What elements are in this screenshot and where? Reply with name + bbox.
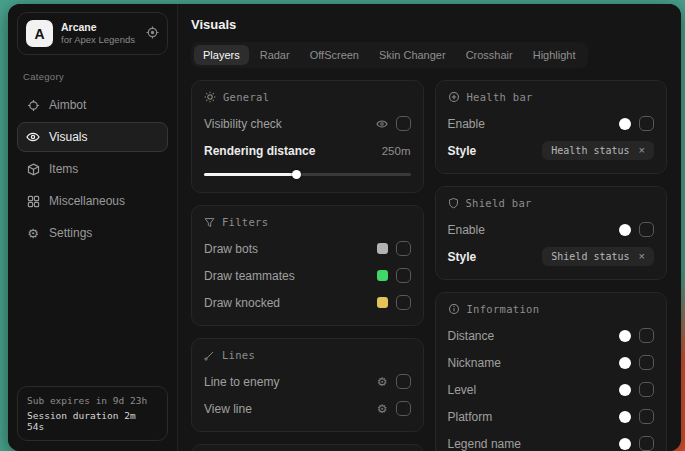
sidebar-item-items[interactable]: Items xyxy=(17,154,168,184)
color-swatch[interactable] xyxy=(619,224,631,236)
sidebar: A Arcane for Apex Legends Category Aimbo… xyxy=(8,4,178,451)
slider-fill xyxy=(204,173,297,176)
main-panel: Visuals Players Radar OffScreen Skin Cha… xyxy=(178,4,681,451)
eye-icon[interactable] xyxy=(376,118,388,130)
diagonal-line-icon xyxy=(204,350,215,361)
sidebar-item-label: Miscellaneous xyxy=(49,194,125,208)
sidebar-item-miscellaneous[interactable]: Miscellaneous xyxy=(17,186,168,216)
color-swatch[interactable] xyxy=(377,243,388,254)
sidebar-item-label: Settings xyxy=(49,226,92,240)
tab-players[interactable]: Players xyxy=(194,45,249,65)
section-title: Lines xyxy=(222,349,255,361)
sub-expiry-text: Sub expires in 9d 23h xyxy=(27,395,158,406)
draw-teammates-row: Draw teammates xyxy=(204,265,411,286)
row-label: Line to enemy xyxy=(204,375,279,389)
line-to-enemy-checkbox[interactable] xyxy=(396,374,411,389)
legend-name-row: Legend name xyxy=(448,433,655,451)
row-label: Enable xyxy=(448,117,485,131)
draw-knocked-checkbox[interactable] xyxy=(396,295,411,310)
category-label: Category xyxy=(23,71,168,82)
rendering-distance-slider[interactable] xyxy=(204,173,411,176)
brand-subtitle: for Apex Legends xyxy=(61,34,138,46)
sidebar-item-label: Visuals xyxy=(49,130,87,144)
sun-icon xyxy=(204,91,216,103)
draw-teammates-checkbox[interactable] xyxy=(396,268,411,283)
brand-name: Arcane xyxy=(61,21,138,34)
draw-knocked-row: Draw knocked xyxy=(204,292,411,313)
color-swatch[interactable] xyxy=(619,330,631,342)
section-title: Shield bar xyxy=(466,197,532,209)
visibility-check-checkbox[interactable] xyxy=(396,116,411,131)
color-swatch[interactable] xyxy=(377,270,388,281)
rendering-distance-row: Rendering distance 250m xyxy=(204,140,411,161)
view-line-checkbox[interactable] xyxy=(396,401,411,416)
legend-name-checkbox[interactable] xyxy=(639,436,654,451)
row-label: Style xyxy=(448,144,477,158)
tab-highlight[interactable]: Highlight xyxy=(524,45,585,65)
color-swatch[interactable] xyxy=(619,384,631,396)
app-window: A Arcane for Apex Legends Category Aimbo… xyxy=(8,4,681,451)
row-label: Draw knocked xyxy=(204,296,280,310)
row-label: Enable xyxy=(448,223,485,237)
health-enable-row: Enable xyxy=(448,113,655,134)
box-card: Box Enable Enable background xyxy=(191,444,424,451)
section-title: General xyxy=(223,91,269,103)
section-title: Health bar xyxy=(467,91,533,103)
tab-radar[interactable]: Radar xyxy=(251,45,299,65)
lines-card: Lines Line to enemy ⚙ View line ⚙ xyxy=(191,338,424,432)
row-label: Legend name xyxy=(448,437,521,451)
shield-style-select[interactable]: Shield status × xyxy=(542,247,654,266)
sidebar-item-label: Items xyxy=(49,162,78,176)
eye-icon xyxy=(26,130,40,144)
platform-checkbox[interactable] xyxy=(639,409,654,424)
row-label: Draw bots xyxy=(204,242,258,256)
slider-knob[interactable] xyxy=(292,170,301,179)
information-card: Information Distance Nickname xyxy=(435,292,668,451)
platform-row: Platform xyxy=(448,406,655,427)
draw-bots-checkbox[interactable] xyxy=(396,241,411,256)
distance-checkbox[interactable] xyxy=(639,328,654,343)
row-label: Distance xyxy=(448,329,495,343)
sidebar-item-visuals[interactable]: Visuals xyxy=(17,122,168,152)
color-swatch[interactable] xyxy=(619,438,631,450)
right-column: Health bar Enable Style Health status xyxy=(435,80,668,451)
gear-icon[interactable]: ⚙ xyxy=(377,403,388,415)
rendering-distance-value: 250m xyxy=(382,145,411,157)
sidebar-item-aimbot[interactable]: Aimbot xyxy=(17,90,168,120)
tab-crosshair[interactable]: Crosshair xyxy=(457,45,522,65)
shield-icon xyxy=(448,197,459,209)
gear-icon[interactable]: ⚙ xyxy=(377,376,388,388)
section-title: Filters xyxy=(222,216,268,228)
color-swatch[interactable] xyxy=(619,357,631,369)
row-label: Level xyxy=(448,383,477,397)
tab-skin-changer[interactable]: Skin Changer xyxy=(370,45,455,65)
close-icon[interactable]: × xyxy=(639,145,645,156)
shield-bar-card: Shield bar Enable Style Shield status xyxy=(435,186,668,280)
distance-row: Distance xyxy=(448,325,655,346)
line-to-enemy-row: Line to enemy ⚙ xyxy=(204,371,411,392)
level-checkbox[interactable] xyxy=(639,382,654,397)
brand-card: A Arcane for Apex Legends xyxy=(17,12,168,55)
cube-icon xyxy=(26,162,40,176)
color-swatch[interactable] xyxy=(619,118,631,130)
view-line-row: View line ⚙ xyxy=(204,398,411,419)
close-icon[interactable]: × xyxy=(639,251,645,262)
health-style-select[interactable]: Health status × xyxy=(542,141,654,160)
grid-icon xyxy=(26,194,40,208)
left-column: General Visibility check xyxy=(191,80,424,451)
general-card: General Visibility check xyxy=(191,80,424,193)
health-bar-card: Health bar Enable Style Health status xyxy=(435,80,668,174)
brand-logo: A xyxy=(26,20,53,47)
row-label: Rendering distance xyxy=(204,144,315,158)
health-enable-checkbox[interactable] xyxy=(639,116,654,131)
row-label: Visibility check xyxy=(204,117,282,131)
color-swatch[interactable] xyxy=(377,297,388,308)
shield-enable-checkbox[interactable] xyxy=(639,222,654,237)
nickname-checkbox[interactable] xyxy=(639,355,654,370)
color-swatch[interactable] xyxy=(619,411,631,423)
target-icon[interactable] xyxy=(146,26,159,41)
tab-offscreen[interactable]: OffScreen xyxy=(301,45,368,65)
sidebar-item-settings[interactable]: ⚙ Settings xyxy=(17,218,168,248)
visibility-check-row: Visibility check xyxy=(204,113,411,134)
page-title: Visuals xyxy=(191,17,667,32)
